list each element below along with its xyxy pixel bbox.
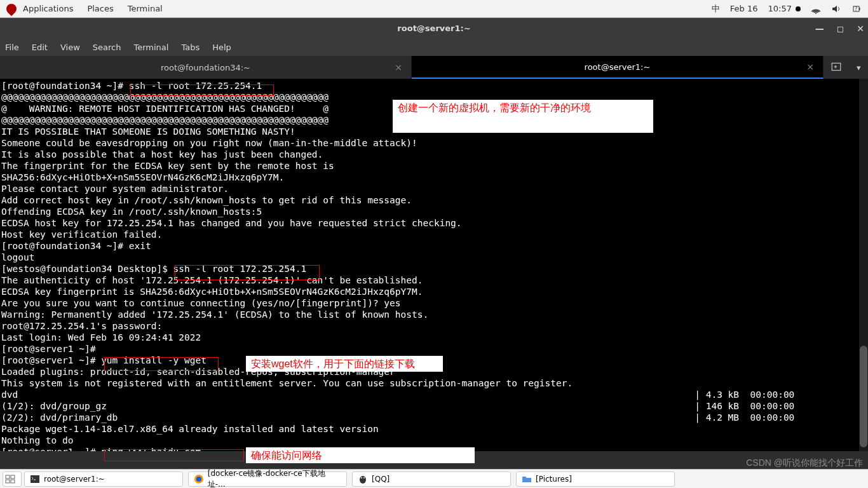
- tab-close-icon[interactable]: ×: [395, 62, 402, 72]
- terminal-line: Warning: Permanently added '172.25.254.1…: [1, 309, 867, 320]
- menu-view[interactable]: View: [60, 43, 80, 52]
- taskbar-label: [docker-ce镜像-docker-ce下载地址-...: [208, 468, 341, 489]
- tab-dropdown-icon[interactable]: ▾: [857, 63, 861, 72]
- window-title: root@server1:~: [397, 24, 470, 33]
- ime-indicator[interactable]: 中: [712, 3, 720, 15]
- bottom-taskbar: root@server1:~ [docker-ce镜像-docker-ce下载地…: [0, 469, 868, 488]
- maximize-button[interactable]: ◻: [837, 24, 844, 34]
- svg-rect-6: [11, 475, 15, 478]
- terminal-line: dvd | 4.3 kB 00:00:00: [1, 389, 867, 400]
- annotation-note-wget: 安装wget软件，用于下面的链接下载: [246, 356, 443, 372]
- tab-foundation34[interactable]: root@foundation34:~ ×: [0, 56, 412, 79]
- watermark: CSDN @听说你能找个好工作: [746, 458, 863, 469]
- terminal-line: [root@server1 ~]#: [1, 343, 867, 355]
- terminal-line: root@172.25.254.1's password:: [1, 320, 867, 332]
- taskbar-item-terminal[interactable]: root@server1:~: [24, 471, 183, 487]
- qq-icon: [358, 474, 368, 484]
- close-button[interactable]: ✕: [857, 24, 864, 34]
- terminal-line: [root@foundation34 ~]# ssh -l root 172.2…: [1, 80, 867, 92]
- menu-edit[interactable]: Edit: [32, 43, 48, 52]
- terminal-line: Last login: Wed Feb 16 09:24:41 2022: [1, 332, 867, 343]
- window-titlebar[interactable]: root@server1:~ — ◻ ✕: [0, 18, 868, 38]
- clock-time[interactable]: 10:57: [768, 4, 801, 13]
- terminal-line: Are you sure you want to continue connec…: [1, 297, 867, 309]
- terminal-line: (1/2): dvd/group_gz | 146 kB 00:00:00: [1, 400, 867, 412]
- terminal-line: ECDSA key fingerprint is SHA256:6dXyc+Hi…: [1, 286, 867, 297]
- tab-close-icon[interactable]: ×: [806, 62, 814, 72]
- redhat-icon: [4, 1, 19, 16]
- svg-point-13: [361, 477, 362, 478]
- terminal-line: Host key verification failed.: [1, 229, 867, 240]
- places-menu[interactable]: Places: [87, 4, 113, 13]
- scrollbar-track[interactable]: [859, 79, 868, 451]
- gnome-topbar: Applications Places Terminal 中 Feb 16 10…: [0, 0, 868, 18]
- taskbar-label: [QQ]: [372, 475, 390, 484]
- svg-point-12: [360, 476, 366, 484]
- terminal-line: Add correct host key in /root/.ssh/known…: [1, 194, 867, 206]
- terminal-line: ECDSA host key for 172.25.254.1 has chan…: [1, 217, 867, 229]
- network-icon[interactable]: [811, 4, 821, 14]
- terminal-line: SHA256:6dXyc+HiOtb+X+nSm5SEOVrN4GzK6cM2i…: [1, 172, 867, 183]
- battery-icon[interactable]: ?: [851, 4, 862, 14]
- terminal-line: [westos@foundation34 Desktop]$ ssh -l ro…: [1, 263, 867, 274]
- terminal-output[interactable]: [root@foundation34 ~]# ssh -l root 172.2…: [0, 79, 868, 451]
- svg-point-14: [363, 477, 365, 478]
- terminal-menu[interactable]: Terminal: [128, 4, 163, 13]
- annotation-note-vm: 创建一个新的虚拟机，需要新的干净的环境: [393, 100, 653, 133]
- terminal-line: It is also possible that a host key has …: [1, 149, 867, 160]
- terminal-line: logout: [1, 252, 867, 263]
- terminal-line: This system is not registered with an en…: [1, 377, 867, 389]
- svg-point-0: [815, 13, 817, 14]
- new-tab-icon[interactable]: [831, 61, 842, 74]
- terminal-line: The authenticity of host '172.25.254.1 (…: [1, 274, 867, 286]
- tab-label: root@foundation34:~: [161, 63, 250, 72]
- show-desktop-button[interactable]: [3, 471, 22, 487]
- terminal-line: (2/2): dvd/primary_db | 4.2 MB 00:00:00: [1, 412, 867, 423]
- taskbar-item-firefox[interactable]: [docker-ce镜像-docker-ce下载地址-...: [188, 471, 347, 487]
- terminal-line: The fingerprint for the ECDSA key sent b…: [1, 160, 867, 172]
- minimize-button[interactable]: —: [815, 24, 824, 34]
- terminal-line: Offending ECDSA key in /root/.ssh/known_…: [1, 206, 867, 217]
- folder-icon: [522, 474, 532, 484]
- taskbar-item-qq[interactable]: [QQ]: [352, 471, 511, 487]
- terminal-icon: [30, 474, 40, 484]
- taskbar-item-pictures[interactable]: [Pictures]: [516, 471, 675, 487]
- svg-point-11: [196, 477, 201, 482]
- menu-terminal[interactable]: Terminal: [133, 43, 168, 52]
- annotation-note-network: 确保能访问网络: [246, 447, 475, 463]
- menu-file[interactable]: File: [5, 43, 19, 52]
- menu-tabs[interactable]: Tabs: [181, 43, 200, 52]
- volume-icon[interactable]: [831, 4, 841, 14]
- terminal-line: [root@foundation34 ~]# exit: [1, 240, 867, 252]
- desktop-icon: [5, 474, 15, 484]
- taskbar-label: root@server1:~: [44, 475, 105, 484]
- terminal-line: Someone could be eavesdropping on you ri…: [1, 137, 867, 149]
- clock-date[interactable]: Feb 16: [730, 4, 758, 13]
- menu-search[interactable]: Search: [93, 43, 121, 52]
- terminal-menubar: File Edit View Search Terminal Tabs Help: [0, 38, 868, 56]
- terminal-tabbar: root@foundation34:~ × root@server1:~ × ▾: [0, 56, 868, 79]
- menu-help[interactable]: Help: [212, 43, 231, 52]
- svg-rect-2: [859, 8, 860, 10]
- tab-server1[interactable]: root@server1:~ ×: [412, 56, 824, 79]
- taskbar-label: [Pictures]: [536, 475, 572, 484]
- scrollbar-thumb[interactable]: [860, 346, 867, 447]
- svg-rect-5: [6, 475, 10, 478]
- firefox-icon: [194, 474, 204, 484]
- terminal-line: Please contact your system administrator…: [1, 183, 867, 194]
- svg-rect-8: [11, 480, 15, 483]
- applications-menu[interactable]: Applications: [23, 4, 73, 13]
- tab-label: root@server1:~: [585, 62, 651, 72]
- terminal-line: Package wget-1.14-18.el7.x86_64 already …: [1, 423, 867, 435]
- svg-text:?: ?: [855, 6, 857, 12]
- terminal-line: Nothing to do: [1, 435, 867, 446]
- svg-rect-7: [6, 480, 10, 483]
